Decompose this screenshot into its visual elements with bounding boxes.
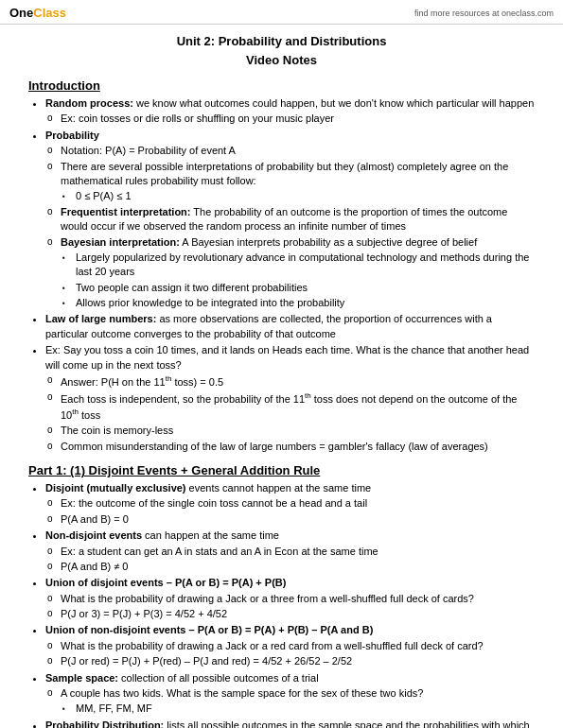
label: Union of disjoint events – P(A or B) = P… [45,577,286,588]
list-item: Sample space: collection of all possible… [45,671,535,717]
label: Law of large numbers: [45,313,156,324]
list-item: P(J or red) = P(J) + P(red) – P(J and re… [61,654,535,668]
header: OneClass find more resources at oneclass… [0,0,563,25]
list-item: What is the probability of drawing a Jac… [61,592,535,606]
list-item: Law of large numbers: as more observatio… [45,312,535,341]
sub-list: Notation: P(A) = Probability of event A … [45,144,535,310]
label: Union of non-disjoint events – P(A or B)… [45,624,373,635]
list-item: Random process: we know what outcomes co… [45,96,535,127]
list-item: Ex: Say you toss a coin 10 times, and it… [45,343,535,454]
list-item: 0 ≤ P(A) ≤ 1 [76,189,535,203]
list-item: Ex: the outcome of the single coin toss … [61,496,535,511]
list-item: Allows prior knowledge to be integrated … [76,296,535,310]
list-item: Ex: coin tosses or die rolls or shufflin… [61,112,535,126]
list-item: Notation: P(A) = Probability of event A [61,144,535,158]
list-item: The coin is memory-less [61,424,535,438]
list-item: Ex: a student can get an A in stats and … [61,545,535,559]
sub-list: Ex: the outcome of the single coin toss … [45,496,535,527]
list-item: What is the probability of drawing a Jac… [61,639,535,653]
list-item: P(J or 3) = P(J) + P(3) = 4/52 + 4/52 [61,607,535,621]
label: Non-disjoint events [45,529,142,541]
list-item: Two people can assign it two different p… [76,281,535,295]
label: Random process: [45,97,133,109]
sub-sub-list: 0 ≤ P(A) ≤ 1 [61,189,535,203]
list-item: Each toss is independent, so the probabi… [61,390,535,423]
label: Bayesian interpretation: [61,236,180,248]
list-item: Common misunderstanding of the law of la… [61,440,535,454]
label: Probability [45,130,99,141]
list-item: Bayesian interpretation: A Bayesian inte… [61,235,535,311]
label: Probability Distribution: [45,719,164,728]
list-item: There are several possible interpretatio… [61,160,535,204]
list-item: Largely popularized by revolutionary adv… [76,251,535,280]
label: Sample space: [45,672,118,684]
list-item: Probability Notation: P(A) = Probability… [45,129,535,311]
sub-sub-list: Largely popularized by revolutionary adv… [61,251,535,311]
text: we know what outcomes could happen, but … [133,97,534,109]
list-item: Frequentist interpretation: The probabil… [61,205,535,234]
list-item: Answer: P(H on the 11th toss) = 0.5 [61,373,535,390]
label: Frequentist interpretation: [61,206,191,217]
sub-sub-list: MM, FF, FM, MF [61,702,535,716]
sub-list: What is the probability of drawing a Jac… [45,592,535,622]
doc-title: Unit 2: Probability and Distributions Vi… [28,32,535,69]
header-tagline: find more resources at oneclass.com [414,9,554,18]
list-item: P(A and B) = 0 [61,512,535,527]
sub-list: Ex: a student can get an A in stats and … [45,545,535,575]
label: Disjoint (mutually exclusive) [45,482,186,494]
list-item: A couple has two kids. What is the sampl… [61,686,535,717]
list-item: Union of disjoint events – P(A or B) = P… [45,576,535,621]
list-item: Probability Distribution: lists all poss… [45,719,535,728]
intro-heading: Introduction [28,78,535,93]
intro-list: Random process: we know what outcomes co… [28,96,535,454]
main-content: Unit 2: Probability and Distributions Vi… [0,25,563,728]
doc-title-line2: Video Notes [28,51,535,70]
part1-list: Disjoint (mutually exclusive) events can… [28,481,535,728]
part1-heading: Part 1: (1) Disjoint Events + General Ad… [28,463,535,477]
list-item: Disjoint (mutually exclusive) events can… [45,481,535,527]
list-item: MM, FF, FM, MF [76,702,535,716]
sub-list: Ex: coin tosses or die rolls or shufflin… [45,112,535,126]
list-item: P(A and B) ≠ 0 [61,560,535,574]
doc-title-line1: Unit 2: Probability and Distributions [28,32,535,51]
sub-list: What is the probability of drawing a Jac… [45,639,535,669]
logo: OneClass [9,6,66,20]
list-item: Non-disjoint events can happen at the sa… [45,529,535,574]
list-item: Union of non-disjoint events – P(A or B)… [45,623,535,668]
sub-list: Answer: P(H on the 11th toss) = 0.5 Each… [45,373,535,454]
sub-list: A couple has two kids. What is the sampl… [45,686,535,717]
